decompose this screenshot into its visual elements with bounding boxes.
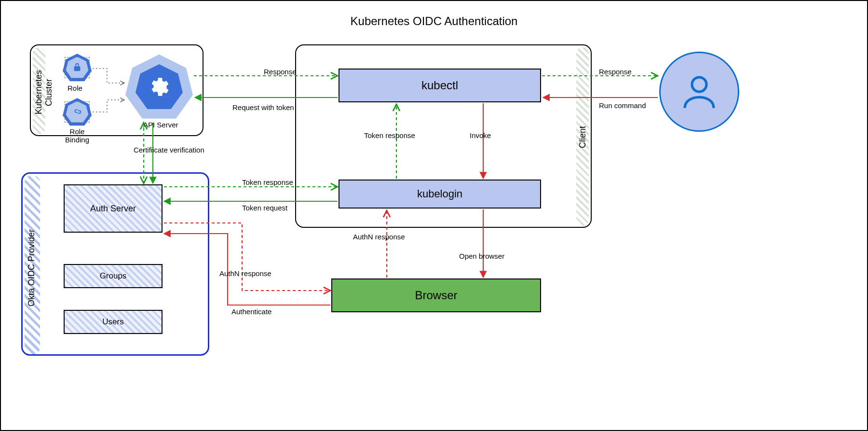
edge-label-authn-resp2: AuthN response [219, 269, 271, 278]
container-label-okta: Okta OIDC Provider [27, 227, 37, 309]
node-users: Users [64, 310, 163, 334]
person-icon [678, 70, 721, 113]
node-user [659, 52, 739, 132]
edge-label-token-resp1: Token response [364, 131, 415, 139]
edge-label-open-browser: Open browser [459, 252, 504, 260]
label-browser: Browser [415, 289, 457, 302]
label-role-binding: Role Binding [58, 127, 96, 144]
node-groups: Groups [64, 264, 163, 288]
label-kubectl: kubectl [421, 79, 458, 92]
diagram-title: Kubernetes OIDC Authentication [351, 14, 518, 28]
edge-label-authenticate: Authenticate [231, 307, 271, 316]
edge-label-authn-resp1: AuthN response [353, 233, 405, 241]
label-kubelogin: kubelogin [417, 188, 462, 200]
rolebinding-dashed-bg [65, 101, 90, 123]
edge-label-token-req: Token request [242, 204, 287, 212]
label-role: Role [68, 84, 82, 92]
diagram-canvas: Kubernetes OIDC Authentication Kubernete… [0, 0, 868, 431]
container-label-k8s: Kubernetes Cluster [34, 56, 54, 128]
node-kubelogin: kubelogin [339, 180, 541, 209]
label-auth-server: Auth Server [90, 204, 136, 214]
edge-label-kubectl-user: Response [599, 68, 632, 76]
label-api-server: API Server [143, 121, 178, 129]
edge-label-user-kubectl: Run command [599, 101, 646, 110]
edge-label-token-resp2: Token response [242, 178, 293, 186]
node-auth-server: Auth Server [64, 184, 163, 233]
role-dashed-bg [65, 57, 90, 78]
node-browser: Browser [331, 278, 541, 312]
edge-label-invoke: Invoke [470, 131, 491, 139]
container-label-client: Client [578, 118, 588, 156]
edge-label-kubectl-api: Request with token [232, 103, 294, 111]
edge-label-api-kubectl: Response [264, 68, 297, 76]
edge-label-cert-verif: Certifiicate verification [134, 146, 204, 154]
label-users: Users [102, 317, 123, 327]
node-kubectl: kubectl [339, 69, 541, 102]
node-api-server [125, 53, 193, 121]
label-groups: Groups [100, 271, 127, 281]
